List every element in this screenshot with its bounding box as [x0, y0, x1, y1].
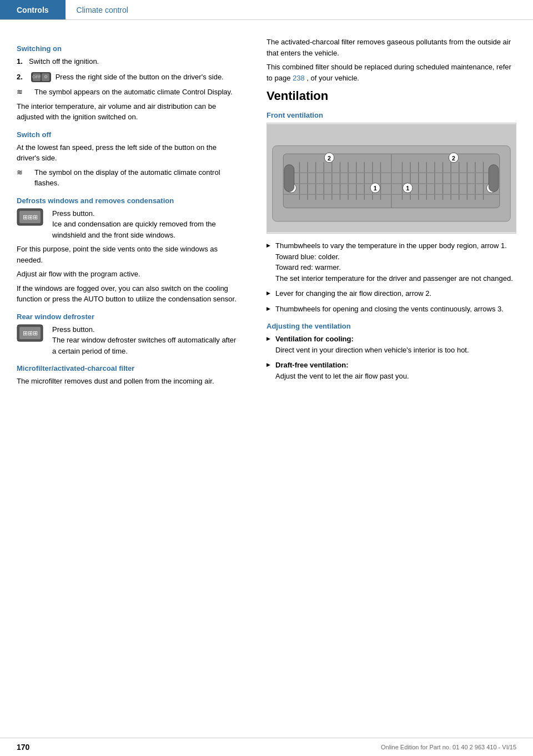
header-controls-tab: Controls: [0, 0, 66, 19]
adjusting-ventilation-list: Ventilation for cooling:Direct vent in y…: [266, 334, 516, 381]
step-2-content: OFF ⚙ Press the right side of the button…: [29, 72, 239, 83]
page-footer: 170 Online Edition for Part no. 01 40 2 …: [0, 738, 533, 756]
svg-text:⊞⊞⊞: ⊞⊞⊞: [23, 214, 38, 220]
defrosts-heading: Defrosts windows and removes condensatio…: [17, 196, 239, 205]
defrosts-button-row: ⊞⊞⊞ Press button. Ice and condensation a…: [17, 208, 239, 241]
footer-info: Online Edition for Part no. 01 40 2 963 …: [381, 744, 516, 750]
header-climate-tab: Climate control: [66, 0, 139, 19]
adjusting-bullet-2-text: Draft-free ventilation:Adjust the vent t…: [275, 360, 409, 381]
ventilation-heading: Ventilation: [266, 89, 516, 103]
ventilation-bullet-list: Thumbwheels to vary the temperature in t…: [266, 240, 516, 314]
rear-window-button-icon: ⊞⊞⊞: [17, 324, 48, 344]
defrosts-body3: Adjust air flow with the program active.: [17, 269, 239, 280]
page-number: 170: [17, 743, 29, 752]
defrosts-press-button: Press button. Ice and condensation are q…: [52, 208, 239, 241]
switching-on-symbol-row: ≋ The symbol appears on the automatic cl…: [17, 87, 239, 98]
adjusting-bullet-2: Draft-free ventilation:Adjust the vent t…: [266, 360, 516, 381]
step-1: 1. Switch off the ignition.: [17, 56, 239, 67]
microfilter-body3: This combined filter should be replaced …: [266, 62, 516, 83]
rear-window-press: Press button. The rear window defroster …: [52, 324, 239, 357]
ventilation-bullet-1: Thumbwheels to vary the temperature in t…: [266, 240, 516, 284]
step-2-num: 2.: [17, 72, 29, 83]
ventilation-bullet-3: Thumbwheels for opening and closing the …: [266, 304, 516, 315]
left-column: Switching on 1. Switch off the ignition.…: [0, 31, 255, 396]
svg-rect-47: [284, 165, 294, 192]
defrosts-body1: Ice and condensation are quickly removed…: [52, 219, 239, 240]
adjusting-ventilation-heading: Adjusting the ventilation: [266, 322, 516, 330]
microfilter-body1: The microfilter removes dust and pollen …: [17, 376, 239, 387]
svg-text:1: 1: [406, 185, 409, 191]
switching-on-body1: The interior temperature, air volume and…: [17, 101, 239, 123]
ventilation-bullet-2: Lever for changing the air flow directio…: [266, 288, 516, 299]
defrosts-body2: For this purpose, point the side vents o…: [17, 244, 239, 265]
climate-label: Climate control: [77, 6, 128, 14]
defrosts-button-icon: ⊞⊞⊞: [17, 208, 48, 228]
defrosts-body4: If the windows are fogged over, you can …: [17, 283, 239, 305]
front-ventilation-image: 2 2 1 1 3 3: [266, 123, 516, 234]
rear-window-press-text: Press button.: [52, 324, 239, 335]
ventilation-bullet-2-text: Lever for changing the air flow directio…: [275, 288, 431, 299]
right-column: The activated-charcoal filter removes ga…: [255, 31, 533, 396]
microfilter-body3-end: , of your vehicle.: [306, 74, 359, 82]
switch-off-body1: At the lowest fan speed, press the left …: [17, 142, 239, 164]
step-1-text: Switch off the ignition.: [29, 56, 239, 67]
microfilter-page-ref[interactable]: 238: [293, 74, 305, 82]
switching-on-heading: Switching on: [17, 44, 239, 53]
rear-window-body1: The rear window defroster switches off a…: [52, 335, 239, 356]
svg-text:2: 2: [328, 155, 331, 162]
step-1-num: 1.: [17, 56, 29, 67]
main-content: Switching on 1. Switch off the ignition.…: [0, 20, 533, 407]
adjusting-bullet-1: Ventilation for cooling:Direct vent in y…: [266, 334, 516, 355]
switching-on-symbol-note: The symbol appears on the automatic clim…: [34, 87, 239, 98]
step-2-text: Press the right side of the button on th…: [56, 73, 224, 81]
microfilter-body2: The activated-charcoal filter removes ga…: [266, 37, 516, 58]
auto-off-icon-right: ⚙: [42, 73, 49, 81]
step-2: 2. OFF ⚙ Press the right side of the but…: [17, 72, 239, 83]
svg-text:1: 1: [374, 185, 377, 191]
front-ventilation-heading: Front ventilation: [266, 111, 516, 119]
rear-window-heading: Rear window defroster: [17, 313, 239, 321]
adjusting-bullet-1-text: Ventilation for cooling:Direct vent in y…: [275, 334, 469, 355]
page-header: Controls Climate control: [0, 0, 533, 20]
controls-label: Controls: [17, 6, 49, 14]
auto-off-button-icon: OFF ⚙: [31, 72, 51, 82]
microfilter-heading: Microfilter/activated-charcoal filter: [17, 364, 239, 372]
switch-off-symbol-row: ≋ The symbol on the display of the autom…: [17, 167, 239, 189]
svg-text:⊞⊞⊞: ⊞⊞⊞: [23, 330, 38, 336]
ventilation-bullet-3-text: Thumbwheels for opening and closing the …: [275, 304, 504, 315]
switch-off-symbol-note: The symbol on the display of the automat…: [34, 167, 239, 189]
switch-off-symbol-icon: ≋: [17, 167, 32, 178]
svg-text:2: 2: [452, 155, 455, 162]
svg-rect-48: [489, 165, 499, 192]
auto-off-icon-left: OFF: [33, 73, 41, 81]
ventilation-bullet-1-text: Thumbwheels to vary the temperature in t…: [275, 240, 513, 284]
rear-window-button-row: ⊞⊞⊞ Press button. The rear window defros…: [17, 324, 239, 357]
defrosts-press-button-text: Press button.: [52, 208, 239, 219]
switch-off-heading: Switch off: [17, 130, 239, 139]
climate-symbol-icon: ≋: [17, 87, 32, 98]
